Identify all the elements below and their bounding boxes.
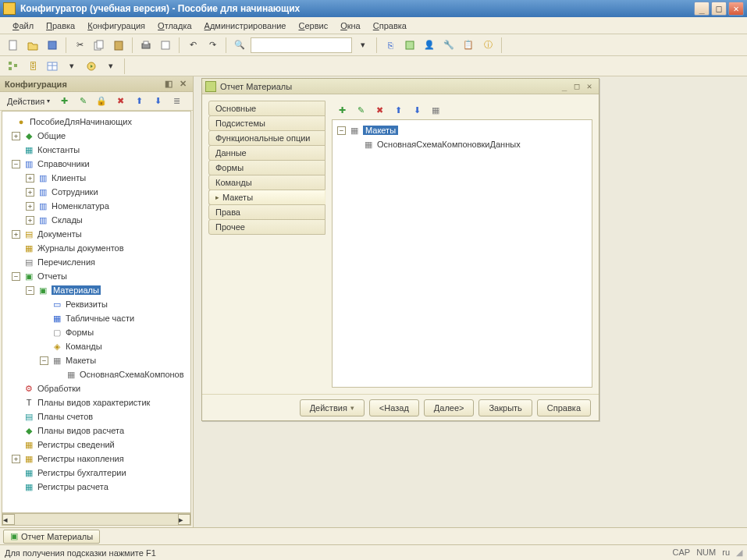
- footer-next-button[interactable]: Далее>: [424, 399, 475, 416]
- tree-forms[interactable]: ▢Формы: [2, 325, 190, 339]
- tree-calc-types[interactable]: ◆Планы видов расчета: [2, 424, 190, 438]
- undo-icon[interactable]: ↶: [184, 37, 201, 54]
- dialog-minimize-icon[interactable]: _: [558, 81, 571, 91]
- tree-calc-reg[interactable]: ▦Регистры расчета: [2, 480, 190, 494]
- search-drop-icon[interactable]: ▾: [354, 37, 372, 54]
- content-delete-icon[interactable]: ✖: [371, 101, 388, 119]
- tree-reports[interactable]: −▣Отчеты: [2, 269, 190, 283]
- lock-icon[interactable]: 🔒: [93, 93, 110, 110]
- menu-admin[interactable]: Администрирование: [200, 19, 291, 32]
- dialog-tree-child[interactable]: ▦ОсновнаяСхемаКомпоновкиДанных: [336, 137, 589, 151]
- tree-icon[interactable]: [5, 58, 22, 75]
- print-icon[interactable]: [137, 37, 155, 54]
- redo-icon[interactable]: ↷: [204, 37, 221, 54]
- vtab-forms[interactable]: Формы: [208, 160, 325, 175]
- dialog-close-icon[interactable]: ✕: [583, 81, 596, 91]
- tree-accounting-reg[interactable]: ▦Регистры бухгалтерии: [2, 466, 190, 480]
- tree-root[interactable]: ●ПособиеДляНачинающих: [2, 115, 190, 129]
- tree-commands[interactable]: ◈Команды: [2, 339, 190, 353]
- tree-info-reg[interactable]: ▦Регистры сведений: [2, 438, 190, 452]
- menu-config[interactable]: Конфигурация: [83, 19, 150, 32]
- tree-tabular[interactable]: ▦Табличные части: [2, 311, 190, 325]
- scroll-right-icon[interactable]: ▸: [178, 514, 190, 525]
- tree-constants[interactable]: ▦Константы: [2, 143, 190, 157]
- tree-materials[interactable]: −▣Материалы: [2, 283, 190, 297]
- content-up-icon[interactable]: ⬆: [390, 101, 407, 119]
- actions-menu[interactable]: Действия▾: [3, 94, 54, 108]
- up-icon[interactable]: ⬆: [130, 93, 148, 110]
- users-icon[interactable]: 👤: [421, 37, 438, 54]
- tree-employees[interactable]: +▥Сотрудники: [2, 185, 190, 199]
- tree-journals[interactable]: ▦Журналы документов: [2, 241, 190, 255]
- footer-close-button[interactable]: Закрыть: [478, 399, 532, 416]
- vtab-templates[interactable]: Макеты: [208, 190, 325, 205]
- link-icon[interactable]: ⎘: [382, 37, 399, 54]
- close-button[interactable]: ✕: [728, 2, 744, 16]
- edit-icon[interactable]: ✎: [74, 93, 91, 110]
- paste-icon[interactable]: [110, 37, 127, 54]
- menu-windows[interactable]: Окна: [336, 19, 365, 32]
- delete-icon[interactable]: ✖: [112, 93, 129, 110]
- tree-nomenclature[interactable]: +▥Номенклатура: [2, 199, 190, 213]
- tree-templates[interactable]: −▦Макеты: [2, 353, 190, 367]
- vtab-subsystems[interactable]: Подсистемы: [208, 115, 325, 131]
- menu-help[interactable]: Справка: [368, 19, 411, 32]
- tree-acc-plans[interactable]: ▤Планы счетов: [2, 409, 190, 424]
- config-tree[interactable]: ●ПособиеДляНачинающих +◆Общие ▦Константы…: [2, 111, 191, 513]
- module-icon[interactable]: [401, 37, 418, 54]
- vtab-main[interactable]: Основные: [208, 101, 325, 116]
- info-icon[interactable]: ⓘ: [479, 37, 496, 54]
- tree-clients[interactable]: +▥Клиенты: [2, 171, 190, 185]
- search-input[interactable]: [251, 37, 352, 53]
- panel-close-icon[interactable]: ✕: [177, 79, 188, 89]
- status-resize-icon[interactable]: ◢: [736, 548, 742, 558]
- add-icon[interactable]: ✚: [55, 93, 73, 110]
- calendar-icon[interactable]: 📋: [460, 37, 477, 54]
- tree-attributes[interactable]: ▭Реквизиты: [2, 297, 190, 311]
- menu-file[interactable]: Файл: [8, 19, 38, 32]
- tree-char-types[interactable]: TПланы видов характеристик: [2, 395, 190, 409]
- footer-help-button[interactable]: Справка: [537, 399, 591, 416]
- vtab-rights[interactable]: Права: [208, 204, 325, 220]
- dialog-tree-root[interactable]: −▦Макеты: [336, 123, 589, 137]
- tree-hscroll[interactable]: ◂ ▸: [2, 513, 191, 526]
- run-drop-icon[interactable]: ▾: [102, 58, 119, 75]
- dialog-tree[interactable]: −▦Макеты ▦ОсновнаяСхемаКомпоновкиДанных: [332, 119, 592, 388]
- maximize-button[interactable]: □: [711, 2, 727, 16]
- tree-main-schema[interactable]: ▦ОсновнаяСхемаКомпонов: [2, 367, 190, 381]
- tree-accum-reg[interactable]: +▦Регистры накопления: [2, 452, 190, 466]
- tree-warehouses[interactable]: +▥Склады: [2, 213, 190, 227]
- menu-debug[interactable]: Отладка: [153, 19, 197, 32]
- minimize-button[interactable]: _: [694, 2, 710, 16]
- debug-icon[interactable]: 🔧: [440, 37, 457, 54]
- tree-enums[interactable]: ▤Перечисления: [2, 255, 190, 269]
- search-icon[interactable]: 🔍: [231, 37, 248, 54]
- content-down-icon[interactable]: ⬇: [408, 101, 425, 119]
- save-icon[interactable]: [44, 37, 61, 54]
- cut-icon[interactable]: ✂: [71, 37, 88, 54]
- footer-actions-button[interactable]: Действия: [300, 399, 365, 416]
- tree-documents[interactable]: +▤Документы: [2, 227, 190, 241]
- footer-back-button[interactable]: <Назад: [369, 399, 419, 416]
- tree-catalogs[interactable]: −▥Справочники: [2, 157, 190, 171]
- menu-service[interactable]: Сервис: [293, 19, 333, 32]
- list-drop-icon[interactable]: ▾: [63, 58, 80, 75]
- content-add-icon[interactable]: ✚: [333, 101, 350, 119]
- content-edit-icon[interactable]: ✎: [352, 101, 369, 119]
- vtab-funcopts[interactable]: Функциональные опции: [208, 130, 325, 146]
- panel-pin-icon[interactable]: ◧: [163, 79, 174, 89]
- down-icon[interactable]: ⬇: [149, 93, 166, 110]
- db-icon[interactable]: 🗄: [24, 58, 41, 75]
- task-tab-report[interactable]: ▣ Отчет Материалы: [3, 530, 100, 544]
- content-props-icon[interactable]: ▦: [427, 101, 444, 119]
- dialog-maximize-icon[interactable]: □: [571, 81, 583, 91]
- tree-processors[interactable]: ⚙Обработки: [2, 381, 190, 395]
- preview-icon[interactable]: [157, 37, 174, 54]
- new-icon[interactable]: [5, 37, 22, 54]
- dialog-titlebar[interactable]: Отчет Материалы _ □ ✕: [202, 79, 599, 94]
- table-icon[interactable]: [44, 58, 61, 75]
- scroll-left-icon[interactable]: ◂: [2, 514, 15, 525]
- menu-edit[interactable]: Правка: [41, 19, 80, 32]
- vtab-data[interactable]: Данные: [208, 145, 325, 161]
- open-icon[interactable]: [24, 37, 41, 54]
